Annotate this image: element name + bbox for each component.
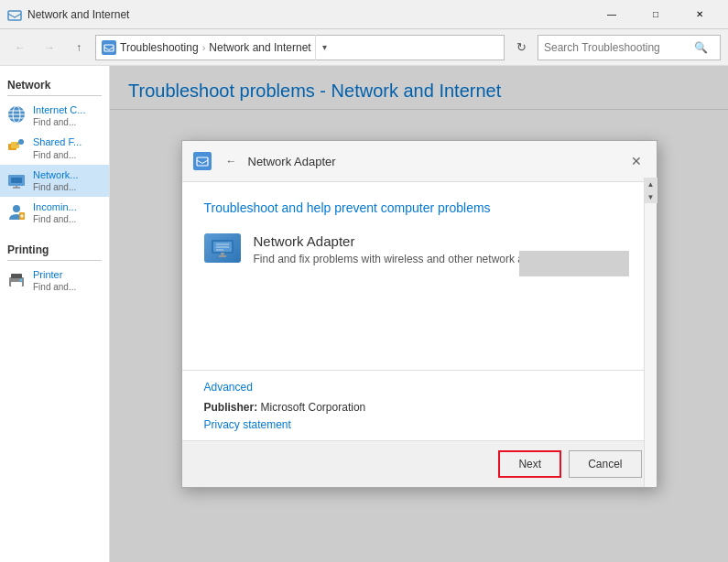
breadcrumb-part2: Network and Internet	[209, 41, 310, 54]
title-bar: Network and Internet — □ ✕	[0, 0, 728, 29]
sidebar-item-shared[interactable]: Shared F... Find and...	[0, 132, 109, 164]
dialog-back-button[interactable]: ←	[219, 148, 244, 174]
scroll-down-button[interactable]: ▼	[645, 190, 657, 203]
adapter-name: Network Adapter	[254, 233, 564, 249]
incoming-item-title: Incomin...	[33, 200, 103, 213]
adapter-description: Find and fix problems with wireless and …	[254, 253, 564, 265]
scroll-up-button[interactable]: ▲	[645, 178, 657, 190]
adapter-info: Network Adapter Find and fix problems wi…	[254, 233, 564, 265]
internet-icon	[5, 103, 27, 125]
internet-item-text: Internet C... Find and...	[33, 103, 103, 128]
incoming-icon	[5, 200, 27, 222]
content-area: Troubleshoot problems - Network and Inte…	[110, 66, 728, 562]
dialog-footer: Advanced Publisher: Microsoft Corporatio…	[182, 370, 657, 440]
dialog-body: Troubleshoot and help prevent computer p…	[182, 182, 657, 370]
printing-divider	[7, 260, 102, 261]
sidebar: Network Internet C... Find and...	[0, 66, 110, 562]
up-button[interactable]: ↑	[66, 35, 92, 60]
dialog-subtitle: Troubleshoot and help prevent computer p…	[204, 200, 635, 215]
window-title: Network and Internet	[27, 8, 591, 21]
internet-item-sub: Find and...	[33, 116, 103, 128]
breadcrumb-icon	[102, 40, 116, 55]
network-icon	[5, 168, 27, 190]
close-button[interactable]: ✕	[679, 0, 721, 29]
minimize-button[interactable]: —	[591, 0, 633, 29]
svg-point-9	[18, 139, 24, 145]
dialog-overlay: ← Network Adapter ✕ Troubleshoot and hel…	[110, 66, 728, 562]
address-bar: ← → ↑ Troubleshooting › Network and Inte…	[0, 29, 728, 66]
svg-rect-20	[11, 274, 22, 278]
incoming-item-sub: Find and...	[33, 213, 103, 225]
address-bar-input[interactable]: Troubleshooting › Network and Internet ▾	[95, 35, 505, 60]
main-layout: Network Internet C... Find and...	[0, 66, 728, 562]
shared-item-text: Shared F... Find and...	[33, 135, 103, 160]
cancel-button[interactable]: Cancel	[569, 450, 641, 478]
publisher-line: Publisher: Microsoft Corporation	[204, 401, 635, 414]
network-adapter-dialog: ← Network Adapter ✕ Troubleshoot and hel…	[181, 140, 657, 488]
sidebar-item-internet[interactable]: Internet C... Find and...	[0, 100, 109, 132]
dialog-title: Network Adapter	[248, 155, 627, 168]
shared-item-title: Shared F...	[33, 135, 103, 148]
dialog-close-button[interactable]: ✕	[627, 152, 646, 170]
next-button[interactable]: Next	[498, 450, 561, 478]
window-controls: — □ ✕	[591, 0, 721, 29]
adapter-icon	[204, 233, 241, 270]
sidebar-item-network[interactable]: Network... Find and...	[0, 165, 109, 197]
privacy-link[interactable]: Privacy statement	[204, 418, 291, 431]
svg-rect-21	[11, 282, 22, 286]
network-section-title: Network	[0, 73, 109, 95]
dialog-header-icon	[193, 152, 212, 170]
breadcrumb: Troubleshooting › Network and Internet	[120, 41, 311, 54]
adapter-icon-inner	[204, 233, 241, 263]
printing-section-title: Printing	[0, 238, 109, 260]
search-icon[interactable]: 🔍	[694, 41, 708, 54]
search-box[interactable]: 🔍	[538, 35, 721, 60]
svg-point-22	[20, 279, 23, 282]
back-button[interactable]: ←	[7, 35, 33, 60]
svg-rect-0	[8, 11, 21, 20]
network-item-sub: Find and...	[33, 181, 103, 193]
search-input[interactable]	[544, 41, 690, 54]
shared-item-sub: Find and...	[33, 149, 103, 161]
network-divider	[7, 95, 102, 96]
publisher-label: Publisher:	[204, 401, 261, 414]
shared-icon	[5, 135, 27, 157]
printer-item-text: Printer Find and...	[33, 268, 103, 293]
breadcrumb-part1: Troubleshooting	[120, 41, 199, 54]
printer-item-title: Printer	[33, 268, 103, 281]
incoming-item-text: Incomin... Find and...	[33, 200, 103, 225]
window-icon	[7, 7, 22, 22]
network-item-text: Network... Find and...	[33, 168, 103, 193]
sidebar-item-incoming[interactable]: Incomin... Find and...	[0, 197, 109, 229]
advanced-link[interactable]: Advanced	[204, 381, 253, 394]
dialog-header: ← Network Adapter ✕	[182, 141, 657, 182]
internet-item-title: Internet C...	[33, 103, 103, 116]
printer-item-sub: Find and...	[33, 281, 103, 293]
refresh-button[interactable]: ↻	[508, 35, 534, 60]
placeholder-box	[519, 251, 629, 276]
svg-point-15	[13, 205, 20, 212]
dialog-action-bar: Next Cancel	[182, 440, 657, 487]
svg-rect-12	[11, 178, 22, 183]
publisher-value: Microsoft Corporation	[261, 401, 366, 414]
address-chevron[interactable]: ▾	[315, 35, 333, 60]
network-item-title: Network...	[33, 168, 103, 181]
breadcrumb-separator: ›	[202, 42, 206, 53]
sidebar-item-printer[interactable]: Printer Find and...	[0, 265, 109, 297]
maximize-button[interactable]: □	[635, 0, 677, 29]
scrollbar-track[interactable]: ▲ ▼	[644, 178, 657, 487]
forward-button[interactable]: →	[37, 35, 62, 60]
printer-icon	[5, 268, 27, 290]
